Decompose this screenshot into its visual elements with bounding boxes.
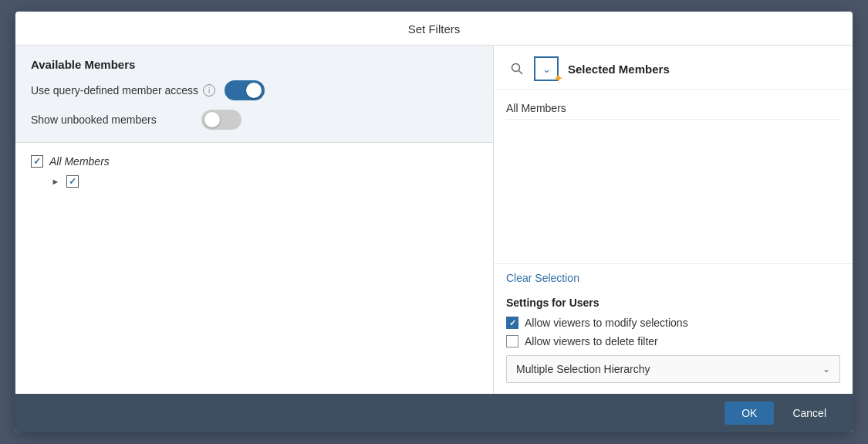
left-top-section: Available Members Use query-defined memb… — [15, 46, 493, 143]
set-filters-dialog: Set Filters Available Members Use query-… — [15, 12, 853, 432]
tree-content: ✓ All Members ► ✓ — [15, 143, 493, 394]
available-members-title: Available Members — [31, 58, 135, 71]
dialog-title: Set Filters — [15, 12, 853, 46]
hierarchy-dropdown-row: Multiple Selection Hierarchy ⌄ — [506, 355, 840, 383]
toggle-track-on[interactable] — [225, 80, 265, 100]
search-button[interactable] — [506, 58, 528, 80]
hierarchy-dropdown-label: Multiple Selection Hierarchy — [516, 363, 650, 375]
right-panel: ⌄ ✦ Selected Members All Members Clear S… — [494, 46, 853, 394]
right-header: ⌄ ✦ Selected Members — [494, 46, 853, 90]
all-members-checkbox[interactable]: ✓ — [31, 155, 43, 168]
allow-delete-row: Allow viewers to delete filter — [506, 335, 840, 347]
search-icon — [511, 63, 523, 75]
tree-item-all-members: ✓ All Members — [31, 155, 478, 168]
info-icon[interactable]: i — [203, 84, 215, 97]
dialog-footer: OK Cancel — [15, 394, 853, 432]
allow-delete-label: Allow viewers to delete filter — [525, 335, 658, 347]
available-members-header-row: Available Members — [31, 58, 478, 71]
selected-members-list: All Members — [494, 90, 853, 264]
left-panel: Available Members Use query-defined memb… — [15, 46, 494, 394]
svg-line-1 — [519, 71, 523, 75]
toggle-thumb — [246, 83, 262, 98]
allow-delete-checkbox[interactable] — [506, 335, 518, 347]
settings-title: Settings for Users — [506, 297, 840, 309]
allow-modify-row: ✓ Allow viewers to modify selections — [506, 317, 840, 329]
query-access-row: Use query-defined member access i — [31, 80, 478, 100]
allow-modify-check-icon: ✓ — [509, 318, 516, 328]
chevron-down-button[interactable]: ⌄ ✦ — [534, 56, 559, 81]
hierarchy-dropdown[interactable]: Multiple Selection Hierarchy ⌄ — [506, 355, 840, 383]
query-access-toggle[interactable] — [225, 80, 265, 100]
cursor-spark-indicator: ✦ — [553, 71, 563, 86]
toggle-track-off[interactable] — [201, 110, 241, 130]
toggle-thumb-off — [204, 112, 220, 127]
allow-modify-label: Allow viewers to modify selections — [525, 317, 688, 329]
member-item-all-members: All Members — [506, 97, 840, 120]
sub-item-checkbox[interactable]: ✓ — [66, 175, 79, 188]
query-access-label: Use query-defined member access — [31, 84, 198, 97]
tree-expand-icon[interactable]: ► — [49, 175, 62, 188]
checkbox-check-icon: ✓ — [33, 156, 41, 167]
clear-selection-link[interactable]: Clear Selection — [494, 264, 853, 290]
svg-point-0 — [512, 64, 520, 72]
settings-section: Settings for Users ✓ Allow viewers to mo… — [494, 290, 853, 394]
allow-modify-checkbox[interactable]: ✓ — [506, 317, 518, 329]
ok-button[interactable]: OK — [724, 402, 774, 425]
dialog-body: Available Members Use query-defined memb… — [15, 46, 853, 394]
show-unbooked-label: Show unbooked members — [31, 114, 157, 126]
selected-members-title: Selected Members — [568, 63, 670, 76]
chevron-down-icon: ⌄ — [542, 63, 551, 75]
show-unbooked-row: Show unbooked members — [31, 110, 478, 130]
tree-sub-row: ► ✓ — [49, 175, 478, 188]
cancel-button[interactable]: Cancel — [782, 402, 837, 425]
all-members-label: All Members — [49, 155, 110, 168]
dropdown-chevron-icon: ⌄ — [822, 364, 830, 375]
show-unbooked-toggle[interactable] — [201, 110, 241, 130]
sub-checkbox-check-icon: ✓ — [69, 176, 76, 187]
